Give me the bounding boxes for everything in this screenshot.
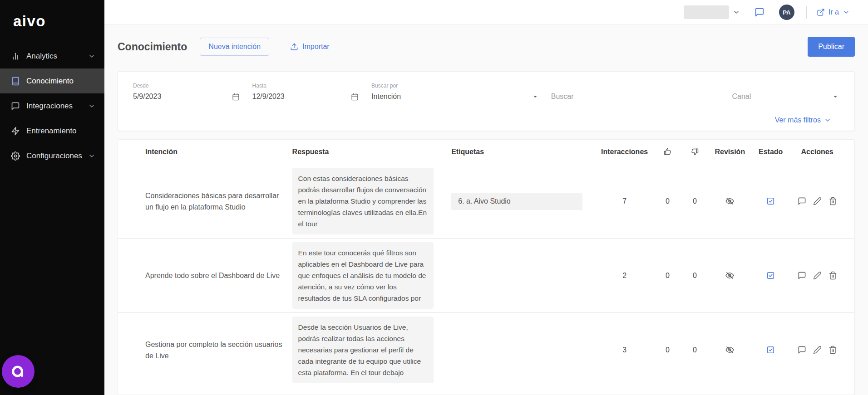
- chevron-down-icon: [824, 117, 831, 124]
- filters-row: Desde 5/9/2023 Hasta 12/9/2023: [133, 83, 839, 105]
- table-header-row: Intención Respuesta Etiquetas Interaccio…: [118, 140, 854, 164]
- chat-widget-button[interactable]: [2, 355, 35, 388]
- app-window: aivo Analytics Conocimiento Integracione…: [0, 0, 868, 395]
- sidebar-item-label: Analytics: [26, 52, 57, 61]
- page-header: Conocimiento Nueva intención Importar Pu…: [118, 36, 855, 58]
- thumbs-down-icon: [690, 147, 699, 156]
- status-cell: [751, 197, 790, 205]
- content: Conocimiento Nueva intención Importar Pu…: [104, 25, 868, 395]
- sidebar-item-integraciones[interactable]: Integraciones: [0, 93, 104, 118]
- sidebar-item-label: Integraciones: [26, 102, 73, 111]
- chat-icon: [11, 102, 20, 111]
- channel-placeholder: Canal: [732, 93, 751, 101]
- col-header-likes: [654, 147, 681, 156]
- thumbs-up-icon: [663, 147, 672, 156]
- edit-action-icon[interactable]: [813, 346, 822, 354]
- comment-action-icon[interactable]: [798, 271, 806, 280]
- search-input[interactable]: [551, 93, 720, 101]
- table-row: Aprende todo sobre el Dashboard de Live …: [118, 239, 854, 313]
- calendar-icon[interactable]: [351, 93, 359, 101]
- intent-cell: Aprende todo sobre el Dashboard de Live: [145, 270, 292, 281]
- likes-count: 0: [654, 197, 681, 205]
- search-by-label: Buscar por: [371, 83, 539, 89]
- likes-count: 0: [654, 272, 681, 280]
- knowledge-table: Intención Respuesta Etiquetas Interaccio…: [118, 139, 855, 395]
- comment-action-icon[interactable]: [798, 346, 806, 354]
- chevron-down-icon: [88, 152, 95, 160]
- filters-panel: Desde 5/9/2023 Hasta 12/9/2023: [118, 71, 855, 131]
- zap-icon: [11, 127, 20, 136]
- response-cell: En este tour conocerás qué filtros son a…: [292, 242, 452, 309]
- delete-action-icon[interactable]: [829, 271, 837, 280]
- search-field: [551, 83, 720, 105]
- visibility-off-icon[interactable]: [725, 196, 735, 206]
- edit-action-icon[interactable]: [813, 271, 822, 280]
- channel-select[interactable]: Canal: [732, 83, 839, 105]
- col-header-review: Revisión: [708, 148, 751, 156]
- edit-action-icon[interactable]: [813, 197, 822, 205]
- intent-cell: Gestiona por completo la sección usuario…: [145, 339, 292, 361]
- date-from-field[interactable]: Desde 5/9/2023: [133, 83, 240, 105]
- visibility-off-icon[interactable]: [725, 271, 735, 280]
- sidebar: aivo Analytics Conocimiento Integracione…: [0, 0, 104, 395]
- gear-icon: [11, 151, 20, 161]
- sidebar-item-analytics[interactable]: Analytics: [0, 44, 104, 68]
- status-cell: [751, 271, 790, 280]
- delete-action-icon[interactable]: [829, 197, 837, 205]
- date-to-field[interactable]: Hasta 12/9/2023: [252, 83, 359, 105]
- aivo-widget-icon: [10, 364, 26, 379]
- book-icon: [11, 77, 20, 86]
- calendar-icon[interactable]: [232, 93, 240, 101]
- dislikes-count: 0: [681, 272, 708, 280]
- table-row: Gestiona por completo la sección usuario…: [118, 313, 854, 387]
- sidebar-item-configuraciones[interactable]: Configuraciones: [0, 143, 104, 168]
- more-filters-toggle[interactable]: Ver más filtros: [133, 116, 839, 124]
- col-header-dislikes: [681, 147, 708, 156]
- avatar[interactable]: PA: [779, 5, 794, 20]
- response-text: Con estas consideraciones básicas podrás…: [292, 168, 434, 234]
- col-header-response: Respuesta: [292, 148, 452, 156]
- chevron-down-icon: [88, 102, 95, 110]
- status-checked-icon[interactable]: [766, 197, 775, 205]
- comment-action-icon[interactable]: [798, 197, 806, 205]
- visibility-off-icon[interactable]: [725, 345, 735, 355]
- new-intent-button[interactable]: Nueva intención: [200, 38, 269, 56]
- col-header-tags: Etiquetas: [451, 148, 595, 156]
- interactions-count: 3: [595, 346, 654, 354]
- status-checked-icon[interactable]: [766, 271, 775, 280]
- sidebar-item-conocimiento[interactable]: Conocimiento: [0, 68, 104, 93]
- interactions-count: 2: [595, 272, 654, 280]
- response-cell: Con estas consideraciones básicas podrás…: [292, 168, 452, 234]
- tags-cell: 6. a. Aivo Studio: [451, 193, 595, 210]
- review-cell: [708, 345, 751, 355]
- import-button[interactable]: Importar: [290, 43, 330, 51]
- sidebar-nav: Analytics Conocimiento Integraciones Ent…: [0, 44, 104, 168]
- more-filters-label: Ver más filtros: [775, 116, 821, 124]
- dropdown-caret-icon: [531, 93, 539, 101]
- go-to-menu[interactable]: Ir a: [817, 8, 850, 16]
- search-by-select[interactable]: Buscar por Intención: [371, 83, 539, 105]
- sidebar-item-entrenamiento[interactable]: Entrenamiento: [0, 118, 104, 143]
- dropdown-caret-icon: [831, 93, 839, 101]
- review-cell: [708, 196, 751, 206]
- sidebar-item-label: Configuraciones: [26, 151, 82, 161]
- external-link-icon: [817, 8, 825, 16]
- intent-cell: Consideraciones básicas para desarrollar…: [145, 190, 292, 213]
- status-checked-icon[interactable]: [766, 346, 775, 354]
- sidebar-item-label: Entrenamiento: [26, 127, 77, 136]
- actions-cell: [790, 346, 844, 354]
- feedback-chat-icon[interactable]: [755, 7, 764, 17]
- publish-button[interactable]: Publicar: [808, 37, 855, 57]
- empty-label: [551, 83, 720, 89]
- col-header-actions: Acciones: [790, 148, 844, 156]
- date-to-value: 12/9/2023: [252, 93, 285, 101]
- likes-count: 0: [654, 346, 681, 354]
- date-from-label: Desde: [133, 83, 240, 89]
- actions-cell: [790, 197, 844, 205]
- chevron-down-icon[interactable]: [733, 9, 740, 16]
- divider: [806, 6, 807, 19]
- account-name-blurred[interactable]: [684, 5, 729, 19]
- review-cell: [708, 271, 751, 280]
- delete-action-icon[interactable]: [829, 346, 837, 354]
- topbar: PA Ir a: [104, 0, 868, 25]
